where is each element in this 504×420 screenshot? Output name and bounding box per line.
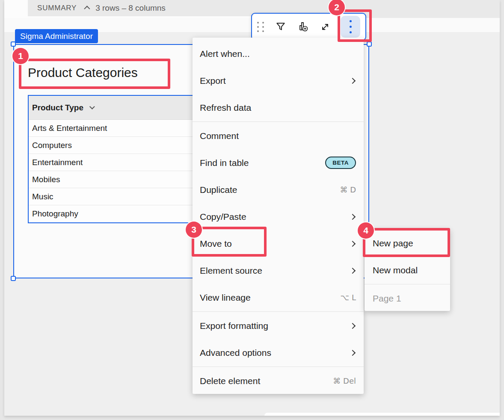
shortcut-label: ⌘ Del — [333, 376, 356, 385]
menu-item-find-in-table[interactable]: Find in table BETA — [193, 149, 364, 176]
menu-item-element-source[interactable]: Element source — [193, 257, 364, 284]
menu-item-move-to[interactable]: Move to — [193, 230, 364, 257]
chevron-right-icon — [350, 77, 356, 83]
maximize-icon[interactable] — [320, 22, 330, 32]
submenu-item-new-page[interactable]: New page — [365, 230, 450, 257]
menu-item-export[interactable]: Export — [193, 67, 364, 94]
menu-item-view-lineage[interactable]: View lineage ⌥ L — [193, 284, 364, 311]
shortcut-label: ⌘ D — [340, 185, 356, 194]
column-header-label: Product Type — [32, 103, 83, 112]
menu-item-copy-paste[interactable]: Copy/Paste — [193, 203, 364, 230]
submenu-divider — [365, 284, 450, 284]
selection-handle-top-right[interactable] — [367, 41, 372, 47]
submenu-item-page-1: Page 1 — [365, 285, 450, 312]
summary-label: SUMMARY — [37, 4, 77, 12]
chevron-up-icon[interactable] — [84, 6, 90, 12]
chevron-right-icon — [350, 322, 356, 328]
menu-divider — [193, 367, 364, 367]
menu-item-comment[interactable]: Comment — [193, 122, 364, 149]
selection-handle-top-left[interactable] — [11, 41, 16, 47]
menu-item-refresh-data[interactable]: Refresh data — [193, 94, 364, 121]
menu-divider — [193, 121, 364, 122]
menu-divider — [193, 311, 364, 312]
element-toolbar — [251, 13, 366, 41]
summary-detail: 3 rows – 8 columns — [95, 3, 166, 13]
selection-handle-bottom-left[interactable] — [11, 276, 16, 281]
chevron-right-icon — [350, 349, 356, 355]
beta-badge: BETA — [325, 157, 356, 169]
chevron-right-icon — [350, 213, 356, 219]
chevron-right-icon — [350, 267, 356, 273]
chevron-right-icon — [350, 240, 356, 246]
menu-item-export-formatting[interactable]: Export formatting — [193, 312, 364, 339]
shortcut-label: ⌥ L — [341, 293, 356, 302]
owner-badge: Sigma Administrator — [15, 29, 98, 43]
menu-item-alert-when[interactable]: Alert when... — [193, 40, 364, 67]
add-child-chart-icon[interactable] — [296, 21, 309, 33]
submenu-item-new-modal[interactable]: New modal — [365, 257, 450, 284]
menu-item-advanced-options[interactable]: Advanced options — [193, 339, 364, 366]
menu-item-duplicate[interactable]: Duplicate ⌘ D — [193, 176, 364, 203]
more-options-button[interactable] — [341, 16, 360, 38]
filter-icon[interactable] — [275, 21, 286, 33]
drag-handle-icon[interactable] — [257, 22, 264, 32]
next-element-edge — [264, 413, 500, 416]
chevron-down-icon[interactable] — [89, 104, 95, 109]
element-title[interactable]: Product Categories — [28, 65, 138, 80]
element-context-menu: Alert when... Export Refresh data Commen… — [193, 38, 364, 394]
move-to-submenu: New page New modal Page 1 — [365, 229, 450, 311]
menu-item-delete-element[interactable]: Delete element ⌘ Del — [193, 367, 364, 394]
